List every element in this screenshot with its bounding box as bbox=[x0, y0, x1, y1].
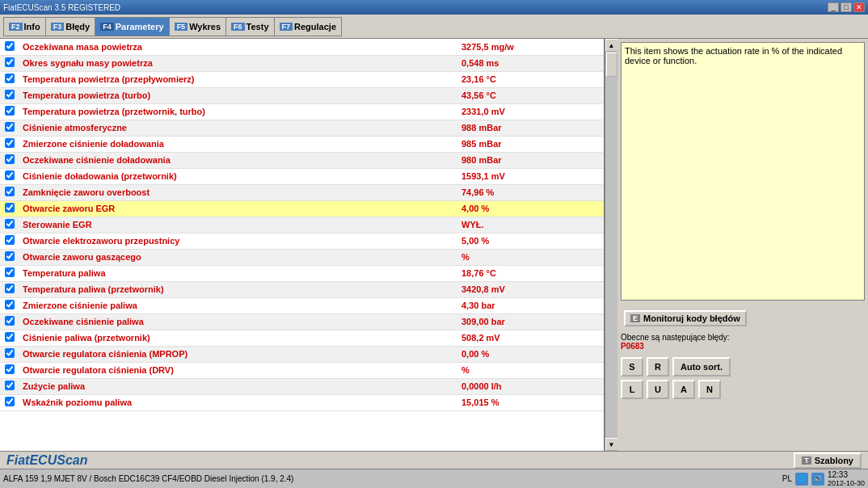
error-code: P0683 bbox=[621, 342, 865, 351]
tab-testy[interactable]: F6Testy bbox=[225, 17, 273, 36]
row-checkbox[interactable] bbox=[0, 313, 19, 330]
param-name: Otwarcie regulatora ciśnienia (MPROP) bbox=[19, 346, 458, 362]
tab-label: Info bbox=[24, 22, 40, 32]
table-row: Oczekiwane ciśnienie paliwa 309,00 bar bbox=[0, 313, 604, 330]
table-row: Zużycie paliwa 0,0000 l/h bbox=[0, 378, 604, 394]
param-name: Sterowanie EGR bbox=[19, 217, 458, 233]
table-row: Okres sygnału masy powietrza 0,548 ms bbox=[0, 55, 604, 71]
n-button[interactable]: N bbox=[698, 380, 721, 399]
title-bar: FiatECUScan 3.5 REGISTERED _ □ ✕ bbox=[0, 0, 868, 15]
row-checkbox[interactable] bbox=[0, 71, 19, 87]
szablony-label: Szablony bbox=[815, 456, 853, 465]
param-value: 0,548 ms bbox=[458, 55, 604, 71]
scrollbar[interactable]: ▲ ▼ bbox=[605, 39, 617, 451]
scroll-up[interactable]: ▲ bbox=[605, 39, 618, 52]
close-button[interactable]: ✕ bbox=[853, 2, 865, 12]
monitor-errors-button[interactable]: E Monitoruj kody błędów bbox=[624, 310, 747, 326]
param-name: Ciśnienie atmosferyczne bbox=[19, 120, 458, 136]
table-row: Temperatura paliwa 18,76 °C bbox=[0, 265, 604, 281]
tab-key: F2 bbox=[9, 23, 23, 31]
row-checkbox[interactable] bbox=[0, 330, 19, 346]
table-row: Otwarcie elektrozaworu przepustnicy 5,00… bbox=[0, 233, 604, 249]
tab-wykres[interactable]: F5Wykres bbox=[169, 17, 225, 36]
row-checkbox[interactable] bbox=[0, 136, 19, 152]
l-button[interactable]: L bbox=[621, 380, 643, 399]
row-checkbox[interactable] bbox=[0, 249, 19, 265]
minimize-button[interactable]: _ bbox=[828, 2, 839, 12]
row-checkbox[interactable] bbox=[0, 55, 19, 71]
params-table-area[interactable]: Oczekiwana masa powietrza 3275,5 mg/w Ok… bbox=[0, 39, 605, 451]
param-name: Oczekiwane ciśnienie doładowania bbox=[19, 152, 458, 168]
tab-parametery[interactable]: F4Parametery bbox=[95, 17, 168, 36]
row-checkbox[interactable] bbox=[0, 39, 19, 55]
locale-text: PL bbox=[782, 474, 792, 483]
param-value: 74,96 % bbox=[458, 184, 604, 200]
volume-icon: 🔊 bbox=[811, 473, 824, 486]
row-checkbox[interactable] bbox=[0, 362, 19, 378]
param-value: 5,00 % bbox=[458, 233, 604, 249]
scroll-thumb[interactable] bbox=[606, 53, 617, 77]
row-checkbox[interactable] bbox=[0, 152, 19, 168]
auto-sort-button[interactable]: Auto sort. bbox=[672, 357, 731, 377]
bottom-buttons-row2: L U A N bbox=[621, 380, 865, 399]
param-value: 309,00 bar bbox=[458, 313, 604, 330]
row-checkbox[interactable] bbox=[0, 394, 19, 410]
tab-key: F3 bbox=[51, 23, 65, 31]
tab-regulacje[interactable]: F7Regulacje bbox=[274, 17, 342, 36]
param-name: Otwarcie regulatora ciśnienia (DRV) bbox=[19, 362, 458, 378]
tab-key: F7 bbox=[280, 23, 293, 31]
param-value: 18,76 °C bbox=[458, 265, 604, 281]
row-checkbox[interactable] bbox=[0, 281, 19, 297]
monitor-key: E bbox=[630, 314, 640, 322]
table-row: Otwarcie zaworu gaszącego % bbox=[0, 249, 604, 265]
row-checkbox[interactable] bbox=[0, 103, 19, 120]
param-name: Otwarcie elektrozaworu przepustnicy bbox=[19, 233, 458, 249]
table-row: Ciśnienie paliwa (przetwornik) 508,2 mV bbox=[0, 330, 604, 346]
row-checkbox[interactable] bbox=[0, 265, 19, 281]
scroll-down[interactable]: ▼ bbox=[605, 438, 618, 451]
row-checkbox[interactable] bbox=[0, 297, 19, 313]
param-name: Ciśnienie doładowania (przetwornik) bbox=[19, 168, 458, 184]
param-value: 4,00 % bbox=[458, 200, 604, 217]
maximize-button[interactable]: □ bbox=[841, 2, 852, 12]
a-button[interactable]: A bbox=[672, 380, 695, 399]
row-checkbox[interactable] bbox=[0, 200, 19, 217]
error-info: Obecne są następujące błędy: P0683 bbox=[621, 333, 865, 351]
network-icon: 🌐 bbox=[795, 473, 808, 486]
main-content: Oczekiwana masa powietrza 3275,5 mg/w Ok… bbox=[0, 39, 868, 451]
app-logo: FiatECUScan bbox=[6, 453, 87, 468]
app-footer: FiatECUScan T Szablony bbox=[0, 451, 868, 469]
title-text: FiatECUScan 3.5 REGISTERED bbox=[3, 3, 120, 12]
scroll-track[interactable] bbox=[605, 52, 618, 438]
row-checkbox[interactable] bbox=[0, 346, 19, 362]
row-checkbox[interactable] bbox=[0, 184, 19, 200]
tab-błędy[interactable]: F3Błędy bbox=[45, 17, 95, 36]
param-value: 4,30 bar bbox=[458, 297, 604, 313]
szablony-button[interactable]: T Szablony bbox=[794, 452, 862, 469]
tab-key: F5 bbox=[175, 23, 188, 31]
param-value: % bbox=[458, 249, 604, 265]
tab-info[interactable]: F2Info bbox=[3, 17, 45, 36]
table-row: Otwarcie zaworu EGR 4,00 % bbox=[0, 200, 604, 217]
u-button[interactable]: U bbox=[647, 380, 669, 399]
param-value: 15,015 % bbox=[458, 394, 604, 410]
param-value: 0,00 % bbox=[458, 346, 604, 362]
param-name: Temperatura powietrza (przetwornik, turb… bbox=[19, 103, 458, 120]
param-name: Otwarcie zaworu EGR bbox=[19, 200, 458, 217]
s-button[interactable]: S bbox=[621, 357, 643, 377]
row-checkbox[interactable] bbox=[0, 217, 19, 233]
param-name: Oczekiwana masa powietrza bbox=[19, 39, 458, 55]
row-checkbox[interactable] bbox=[0, 233, 19, 249]
table-row: Otwarcie regulatora ciśnienia (MPROP) 0,… bbox=[0, 346, 604, 362]
row-checkbox[interactable] bbox=[0, 378, 19, 394]
r-button[interactable]: R bbox=[647, 357, 669, 377]
table-row: Sterowanie EGR WYŁ. bbox=[0, 217, 604, 233]
row-checkbox[interactable] bbox=[0, 120, 19, 136]
tab-label: Wykres bbox=[189, 22, 221, 32]
row-checkbox[interactable] bbox=[0, 168, 19, 184]
tab-key: F6 bbox=[231, 23, 245, 31]
param-name: Zmierzone ciśnienie paliwa bbox=[19, 297, 458, 313]
row-checkbox[interactable] bbox=[0, 87, 19, 103]
table-row: Oczekiwana masa powietrza 3275,5 mg/w bbox=[0, 39, 604, 55]
param-value: 2331,0 mV bbox=[458, 103, 604, 120]
